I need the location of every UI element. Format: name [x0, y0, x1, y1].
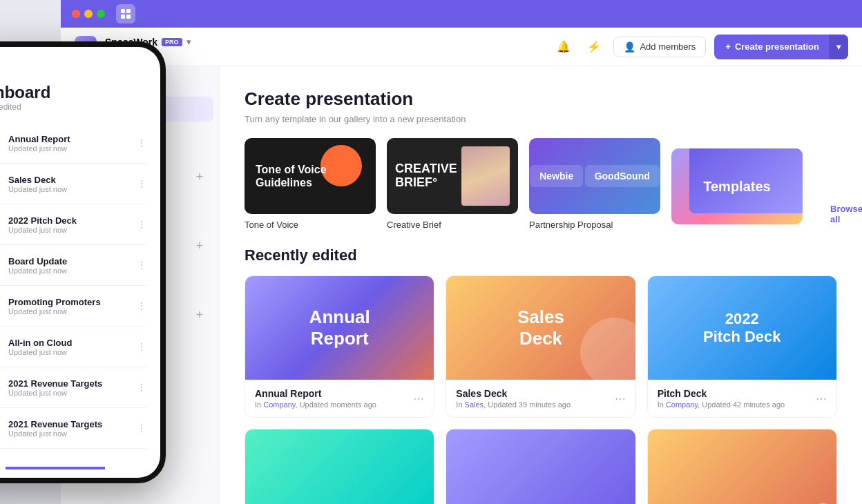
- annual-location-link[interactable]: Company: [263, 400, 295, 409]
- phone-item-typo[interactable]: 2021 Revenue Targets Updated just now ⋮: [0, 408, 146, 449]
- sales-text-group: Sales Deck In Sales, Updated 39 minutes …: [456, 388, 571, 409]
- tone-label: Tone of Voice: [245, 220, 376, 230]
- phone-item-name-sales: Sales Deck: [8, 175, 128, 185]
- section-plus-3[interactable]: +: [191, 307, 208, 323]
- phone-item-sales[interactable]: Sales Deck Updated just now ⋮: [0, 164, 146, 204]
- browse-all-label: Browse all: [830, 204, 862, 224]
- template-partnership[interactable]: Newbie GoodSound Partnership Proposal: [529, 138, 660, 230]
- content-area: Create presentation Turn any template in…: [220, 66, 862, 504]
- pitch-dots-button[interactable]: ⋯: [816, 392, 827, 405]
- phone-dots-pitch[interactable]: ⋮: [137, 219, 146, 230]
- tone-thumbnail: Tone of VoiceGuidelines: [245, 138, 376, 214]
- phone-item-promo[interactable]: Promoting Promoters Updated just now ⋮: [0, 286, 146, 327]
- newbie-badge: Newbie: [530, 165, 583, 187]
- phone-item-meta-promo: Updated just now: [8, 307, 128, 316]
- recent-card-orange[interactable]: ?: [647, 429, 837, 504]
- phone-status-bar: ←: [0, 47, 160, 72]
- close-button[interactable]: [72, 10, 80, 18]
- sales-dots-button[interactable]: ⋯: [615, 392, 626, 405]
- recently-edited-title: Recently edited: [245, 246, 837, 264]
- top-nav: SW SpaceWork PRO ▾ Cici Frasier 🔔 ⚡ 👤 Ad…: [61, 28, 862, 66]
- phone-item-info-board: Board Update Updated just now: [8, 256, 128, 275]
- create-label: Create presentation: [735, 41, 819, 52]
- template-templates[interactable]: Templates: [671, 148, 803, 230]
- tone-circle: [320, 145, 362, 186]
- template-tone[interactable]: Tone of VoiceGuidelines Tone of Voice: [245, 138, 376, 230]
- annual-title: Annual Report: [255, 388, 376, 399]
- sales-thumb-text: SalesDeck: [517, 307, 564, 349]
- phone-item-cloud[interactable]: All-in on Cloud Updated just now ⋮: [0, 327, 146, 367]
- phone-dots-promo[interactable]: ⋮: [137, 300, 146, 311]
- phone-overlay: ← Dashboard Recently edited Annual Repor…: [0, 41, 166, 483]
- annual-thumbnail: AnnualReport: [245, 276, 434, 380]
- recent-card-pitch[interactable]: 2022Pitch Deck Pitch Deck In Company, Up…: [647, 275, 837, 418]
- plus-icon: +: [725, 41, 731, 52]
- template-creative[interactable]: CREATIVEBRIEF° Creative Brief: [387, 138, 518, 230]
- phone-dots-annual[interactable]: ⋮: [137, 137, 146, 148]
- bell-icon[interactable]: 🔔: [553, 36, 575, 58]
- sales-thumbnail: SalesDeck: [446, 276, 635, 380]
- creative-text: CREATIVEBRIEF°: [395, 162, 457, 190]
- phone-item-revenue[interactable]: 2021 Revenue Targets Updated just now ⋮: [0, 367, 146, 408]
- browse-all-link[interactable]: Browse all →: [830, 204, 862, 230]
- minimize-button[interactable]: [84, 10, 93, 18]
- phone-item-name-annual: Annual Report: [8, 134, 128, 144]
- phone-dots-revenue[interactable]: ⋮: [137, 382, 146, 393]
- phone-dots-board[interactable]: ⋮: [137, 260, 146, 271]
- phone-subtitle: Recently edited: [0, 102, 146, 112]
- phone-item-annual[interactable]: Annual Report Updated just now ⋮: [0, 123, 146, 164]
- section-plus-1[interactable]: +: [191, 168, 208, 185]
- svg-rect-0: [121, 9, 125, 13]
- pitch-title: Pitch Deck: [658, 388, 785, 399]
- recent-card-purple[interactable]: [446, 429, 635, 504]
- phone-item-name-pitch: 2022 Pitch Deck: [8, 215, 128, 226]
- phone-item-meta-sales: Updated just now: [8, 185, 128, 193]
- add-members-button[interactable]: 👤 Add members: [613, 37, 706, 57]
- goodsound-badge: GoodSound: [585, 165, 660, 187]
- recent-grid: AnnualReport Annual Report In Company, U…: [245, 275, 837, 418]
- phone-item-info-annual: Annual Report Updated just now: [8, 134, 128, 153]
- main-layout: + Dashboard + + +: [61, 66, 862, 504]
- recent-card-sales[interactable]: SalesDeck Sales Deck In Sales, Updated 3…: [446, 275, 635, 418]
- phone-dots-cloud[interactable]: ⋮: [137, 341, 146, 352]
- phone-item-meta-revenue: Updated just now: [8, 389, 128, 397]
- phone-dots-typo[interactable]: ⋮: [137, 423, 146, 434]
- create-presentation-button[interactable]: + Create presentation ▾: [714, 35, 848, 59]
- maximize-button[interactable]: [97, 10, 105, 18]
- chevron-down-icon[interactable]: ▾: [186, 37, 191, 47]
- annual-thumb-text: AnnualReport: [309, 307, 370, 349]
- phone-item-name-cloud: All-in on Cloud: [8, 338, 128, 348]
- svg-rect-2: [121, 14, 125, 19]
- create-presentation-section: Create presentation Turn any template in…: [245, 88, 837, 230]
- recent-card-annual[interactable]: AnnualReport Annual Report In Company, U…: [245, 275, 434, 418]
- bolt-icon[interactable]: ⚡: [583, 36, 605, 58]
- phone-item-info-sales: Sales Deck Updated just now: [8, 175, 128, 193]
- phone-dots-sales[interactable]: ⋮: [137, 178, 146, 189]
- phone-item-name-revenue: 2021 Revenue Targets: [8, 378, 128, 389]
- sales-location-link[interactable]: Sales: [465, 400, 484, 409]
- pitch-location-link[interactable]: Company: [666, 400, 698, 409]
- recently-edited-section: Recently edited AnnualReport Annual Repo…: [245, 246, 837, 504]
- svg-rect-3: [126, 14, 131, 19]
- partnership-thumbnail: Newbie GoodSound: [529, 138, 660, 214]
- phone-item-info-promo: Promoting Promoters Updated just now: [8, 297, 128, 316]
- templates-thumbnail: Templates: [671, 148, 803, 224]
- phone-item-meta-annual: Updated just now: [8, 144, 128, 153]
- phone-item-meta-board: Updated just now: [8, 266, 128, 275]
- partnership-label: Partnership Proposal: [529, 220, 660, 230]
- svg-rect-1: [126, 9, 131, 13]
- section-plus-2[interactable]: +: [191, 238, 208, 254]
- annual-dots-button[interactable]: ⋯: [413, 392, 424, 405]
- phone-item-board[interactable]: Board Update Updated just now ⋮: [0, 245, 146, 286]
- grid-icon[interactable]: [116, 4, 135, 23]
- phone-item-name-board: Board Update: [8, 256, 128, 266]
- recent-card-blue[interactable]: [245, 429, 434, 504]
- phone-content: Dashboard Recently edited Annual Report …: [0, 72, 160, 467]
- phone-item-meta-cloud: Updated just now: [8, 348, 128, 356]
- phone-item-info-typo: 2021 Revenue Targets Updated just now: [8, 419, 128, 438]
- pitch-thumbnail: 2022Pitch Deck: [648, 276, 836, 380]
- create-dropdown-arrow[interactable]: ▾: [829, 35, 848, 59]
- phone-item-pitch[interactable]: 2022 Pitch Deck Updated just now ⋮: [0, 204, 146, 245]
- creative-image: [461, 146, 510, 206]
- annual-text-group: Annual Report In Company, Updated moment…: [255, 388, 376, 409]
